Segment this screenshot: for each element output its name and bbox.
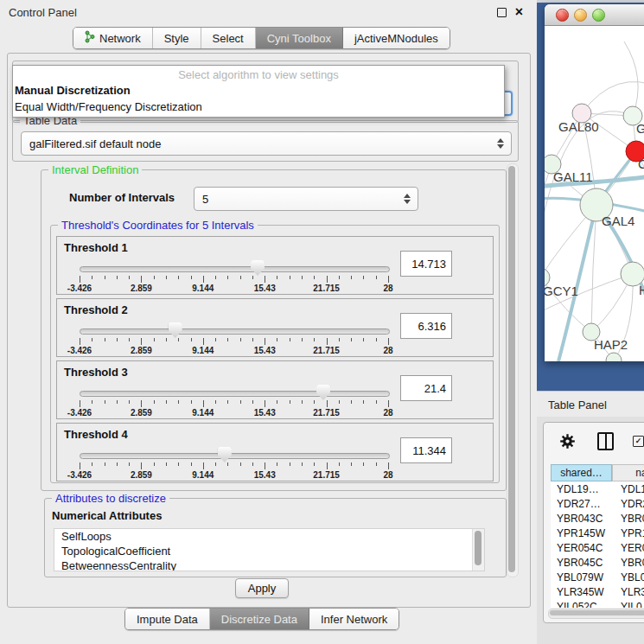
split-view-icon[interactable] <box>597 432 614 450</box>
threshold-value-field[interactable]: 6.316 <box>400 313 452 339</box>
tick-mark <box>252 462 253 466</box>
dropdown-option-equal-width-frequency-discretization[interactable]: Equal Width/Frequency Discretization <box>13 99 504 116</box>
table-row[interactable]: YER054CYER0 <box>551 540 644 555</box>
column-header-1[interactable]: shared… <box>551 464 612 481</box>
tick-label: -3.426 <box>67 284 92 293</box>
control-panel: Control Panel × NetworkStyleSelectCyni T… <box>0 0 538 644</box>
tick-mark <box>215 462 216 466</box>
tick-mark <box>227 462 228 466</box>
threshold-panel-3: Threshold 3-3.4262.8599.14415.4321.71528… <box>56 360 494 419</box>
table-cell: YDL19… <box>551 481 612 496</box>
tick-label: 9.144 <box>192 346 214 355</box>
table-toolbar: ✓ ✓ <box>544 428 644 454</box>
tab-discretize-data[interactable]: Discretize Data <box>210 609 309 629</box>
tick-mark <box>376 400 377 404</box>
threshold-slider[interactable]: -3.4262.8599.14415.4321.71528 <box>80 386 388 417</box>
close-icon[interactable]: × <box>515 7 523 17</box>
tab-jactivemnodules[interactable]: jActiveMNodules <box>343 28 450 48</box>
node-label-gcy1: GCY1 <box>545 284 578 298</box>
slider-thumb[interactable] <box>316 385 330 400</box>
table-row[interactable]: YIL052CYIL0 <box>551 599 644 608</box>
list-item-topologicalcoefficient[interactable]: TopologicalCoefficient <box>54 544 484 558</box>
tick-mark <box>166 462 167 466</box>
dropdown-option-manual-discretization[interactable]: Manual Discretization <box>13 83 504 99</box>
slider-thumb[interactable] <box>218 447 232 462</box>
tab-label: jActiveMNodules <box>354 32 438 45</box>
tick-label: -3.426 <box>67 470 92 480</box>
gear-icon[interactable] <box>560 434 575 449</box>
float-window-icon[interactable] <box>497 8 507 17</box>
network-graph[interactable]: GAL80GACGAL11GAL4GCY1HHAP2 <box>545 26 644 361</box>
tab-select[interactable]: Select <box>201 28 256 48</box>
threshold-value-field[interactable]: 11.344 <box>400 437 452 463</box>
tick-label: 2.859 <box>131 470 152 480</box>
tick-mark <box>203 276 204 283</box>
tick-mark <box>105 462 105 466</box>
tick-mark <box>363 462 364 466</box>
column-header-2[interactable]: na <box>612 464 644 481</box>
tab-impute-data[interactable]: Impute Data <box>125 609 210 629</box>
horizontal-scrollbar[interactable] <box>548 609 644 619</box>
tick-mark <box>117 462 118 466</box>
tick-mark <box>388 338 389 345</box>
tab-style[interactable]: Style <box>153 28 201 48</box>
scrollbar-thumb[interactable] <box>508 166 515 572</box>
network-canvas[interactable]: GAL80GACGAL11GAL4GCY1HHAP2 <box>545 26 644 361</box>
threshold-slider[interactable]: -3.4262.8599.14415.4321.71528 <box>80 323 388 354</box>
tick-mark <box>388 276 389 283</box>
table-row[interactable]: YBR043CYBR0 <box>551 511 644 526</box>
tick-mark <box>265 462 265 469</box>
tick-mark <box>327 338 328 345</box>
tick-mark <box>215 276 216 279</box>
threshold-slider[interactable]: -3.4262.8599.14415.4321.71528 <box>80 448 388 479</box>
table-rows: YDL19…YDL1YDR27…YDR2YBR043CYBR0YPR145WYP… <box>551 481 644 608</box>
table-cell: YPR1 <box>612 526 644 540</box>
group-label-thresholds: Threshold's Coordinates for 5 Intervals <box>58 219 258 232</box>
tick-mark <box>129 400 130 404</box>
table-row[interactable]: YBL079WYBL0 <box>551 570 644 584</box>
scrollbar-thumb[interactable] <box>550 610 644 615</box>
list-item-betweennesscentrality[interactable]: BetweennessCentrality <box>54 558 484 571</box>
number-of-intervals-label: Number of Intervals <box>69 191 175 204</box>
zoom-traffic-light-icon[interactable] <box>592 9 605 22</box>
apply-button[interactable]: Apply <box>235 578 289 598</box>
threshold-value-field[interactable]: 14.713 <box>400 251 452 277</box>
number-of-intervals-combobox[interactable]: 5 <box>194 187 418 211</box>
minimize-traffic-light-icon[interactable] <box>574 9 587 22</box>
tab-infer-network[interactable]: Infer Network <box>309 609 399 629</box>
node-label-gal4: GAL4 <box>602 214 634 228</box>
tick-mark <box>327 462 328 469</box>
tab-cyni-toolbox[interactable]: Cyni Toolbox <box>256 28 343 48</box>
tick-mark <box>376 462 377 466</box>
table-row[interactable]: YPR145WYPR1 <box>551 526 644 540</box>
tick-mark <box>178 276 179 279</box>
table-panel-titlebar: Table Panel <box>537 391 644 418</box>
numerical-attributes-list[interactable]: SelfLoopsTopologicalCoefficientBetweenne… <box>54 528 485 571</box>
threshold-slider[interactable]: -3.4262.8599.14415.4321.71528 <box>80 261 388 292</box>
slider-thumb[interactable] <box>169 322 182 338</box>
table-data-combobox[interactable]: galFiltered.sif default node <box>21 131 512 156</box>
threshold-panel-1: Threshold 1-3.4262.8599.14415.4321.71528… <box>56 236 494 295</box>
tab-network[interactable]: Network <box>73 28 153 48</box>
tab-label: Infer Network <box>321 613 387 626</box>
close-traffic-light-icon[interactable] <box>556 9 569 22</box>
tick-mark <box>327 400 328 407</box>
table-row[interactable]: YBR045CYBR0 <box>551 555 644 570</box>
scrollbar-thumb[interactable] <box>475 531 481 565</box>
list-scrollbar[interactable] <box>472 529 484 571</box>
checkbox-icon[interactable]: ✓ <box>633 436 644 447</box>
list-item-selfloops[interactable]: SelfLoops <box>54 529 484 544</box>
attributes-group: Attributes to discretize Numerical Attri… <box>44 498 507 577</box>
tick-mark <box>154 338 155 341</box>
tick-mark <box>191 400 192 404</box>
tick-mark <box>166 276 167 279</box>
slider-thumb[interactable] <box>251 260 265 276</box>
threshold-value-field[interactable]: 21.4 <box>400 375 452 401</box>
table-row[interactable]: YDR27…YDR2 <box>551 496 644 511</box>
vertical-scrollbar[interactable] <box>507 163 519 577</box>
tick-mark <box>178 400 179 404</box>
table-row[interactable]: YLR345WYLR3 <box>551 584 644 599</box>
node-label-hap2: HAP2 <box>594 337 628 352</box>
table-row[interactable]: YDL19…YDL1 <box>551 481 644 496</box>
interval-definition-group: Interval Definition Number of Intervals … <box>41 169 507 491</box>
